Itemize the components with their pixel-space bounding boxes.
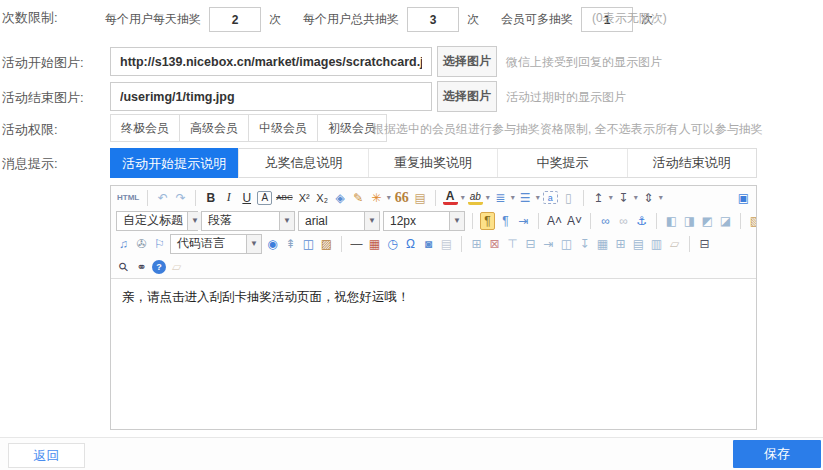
member-option-1[interactable]: 高级会员 — [179, 114, 249, 142]
formatmatch-icon[interactable]: ✎ — [351, 189, 366, 207]
image-align-none-icon[interactable]: ◪ — [718, 212, 733, 230]
merge-down-icon[interactable]: ↧ — [577, 235, 592, 253]
removeformat-icon[interactable]: ◈ — [333, 189, 348, 207]
simpleupload-icon[interactable]: ▧ — [748, 212, 756, 230]
code-language-select[interactable]: 代码语言▼ — [170, 234, 262, 254]
backcolor-caret-icon[interactable]: ▾ — [486, 193, 490, 202]
touppercase-icon[interactable]: A˄ — [546, 212, 563, 230]
pagebreak-icon[interactable]: ⇞ — [283, 235, 298, 253]
html-source-icon[interactable]: HTML — [116, 189, 140, 207]
cleardoc-icon[interactable]: ▯ — [561, 189, 576, 207]
time-icon[interactable]: ◷ — [385, 235, 400, 253]
print-icon[interactable]: ⊟ — [697, 235, 712, 253]
customstyle-select-caret-icon[interactable]: ▼ — [187, 212, 202, 230]
save-button[interactable]: 保存 — [733, 440, 821, 468]
fontsize-select[interactable]: 12px▼ — [383, 211, 465, 231]
direction-ltr-icon[interactable]: ¶ — [480, 212, 495, 230]
member-option-0[interactable]: 终极会员 — [110, 114, 180, 142]
fullscreen-icon[interactable]: ▣ — [736, 189, 751, 207]
blockquote-icon[interactable]: 66 — [394, 189, 410, 207]
redo-icon[interactable]: ↷ — [173, 189, 188, 207]
delete-table-icon[interactable]: ⊠ — [487, 235, 502, 253]
template-icon[interactable]: ◫ — [301, 235, 316, 253]
autotypeset-caret-icon[interactable]: ▾ — [387, 193, 391, 202]
superscript-icon[interactable]: X² — [297, 189, 312, 207]
link-icon[interactable]: ∞ — [598, 212, 613, 230]
customstyle-select[interactable]: 自定义标题▼ — [116, 211, 198, 231]
italic-icon[interactable]: I — [221, 189, 236, 207]
fontsize-select-caret-icon[interactable]: ▼ — [449, 212, 464, 230]
indent-icon[interactable]: ⇥ — [516, 212, 531, 230]
end-image-input[interactable] — [110, 82, 432, 111]
search-replace-icon[interactable]: ⚭ — [134, 258, 149, 276]
fontfamily-select[interactable]: arial▼ — [298, 211, 380, 231]
map-icon[interactable]: ⚐ — [152, 235, 167, 253]
split-to-cols-icon[interactable]: ▥ — [649, 235, 664, 253]
subscript-icon[interactable]: X₂ — [315, 189, 330, 207]
merge-right-icon[interactable]: ⇥ — [541, 235, 556, 253]
rowspacing-top-caret-icon[interactable]: ▾ — [609, 193, 613, 202]
start-image-pick-button[interactable]: 选择图片 — [437, 46, 497, 77]
anchor-icon[interactable]: ⚓ — [634, 212, 649, 230]
wordimage-icon[interactable]: ▤ — [439, 235, 454, 253]
underline-icon[interactable]: U — [239, 189, 254, 207]
background-icon[interactable]: ▨ — [319, 235, 334, 253]
drafts-icon[interactable]: ▱ — [169, 258, 184, 276]
editor-content[interactable]: 亲，请点击进入刮刮卡抽奖活动页面，祝您好运哦！ — [111, 278, 756, 429]
tolowercase-icon[interactable]: A˅ — [566, 212, 583, 230]
rowspacing-bottom-icon[interactable]: ↧ — [616, 189, 631, 207]
horizontal-rule-icon[interactable]: — — [349, 235, 364, 253]
line-height-caret-icon[interactable]: ▾ — [659, 193, 663, 202]
ordered-list-caret-icon[interactable]: ▾ — [511, 193, 515, 202]
fontfamily-select-caret-icon[interactable]: ▼ — [364, 212, 379, 230]
limit-field-input-1[interactable] — [407, 7, 459, 32]
unordered-list-caret-icon[interactable]: ▾ — [536, 193, 540, 202]
limit-field-input-0[interactable] — [209, 7, 261, 32]
insert-paragraph-before-table-icon[interactable]: ⊤ — [505, 235, 520, 253]
direction-rtl-icon[interactable]: ¶ — [498, 212, 513, 230]
merge-cells-icon[interactable]: ▦ — [595, 235, 610, 253]
autotypeset-icon[interactable]: ✳ — [369, 189, 384, 207]
help-icon[interactable]: ? — [152, 260, 166, 274]
strikethrough-icon[interactable]: ABC — [275, 189, 293, 207]
pasteplain-icon[interactable]: ▤ — [413, 189, 428, 207]
message-tab-3[interactable]: 中奖提示 — [498, 149, 627, 177]
charts-icon[interactable]: ▱ — [667, 235, 682, 253]
message-tab-2[interactable]: 重复抽奖说明 — [369, 149, 498, 177]
special-chars-icon[interactable]: Ω — [403, 235, 418, 253]
forecolor-caret-icon[interactable]: ▾ — [461, 193, 465, 202]
line-height-icon[interactable]: ⇕ — [641, 189, 656, 207]
image-align-center-icon[interactable]: ◨ — [682, 212, 697, 230]
rowspacing-top-icon[interactable]: ↥ — [591, 189, 606, 207]
preview-icon[interactable]: ⚲ — [112, 255, 135, 278]
back-button[interactable]: 返回 — [8, 443, 85, 468]
attachment-icon[interactable]: ✇ — [134, 235, 149, 253]
fontborder-icon[interactable]: A — [257, 191, 272, 205]
member-option-2[interactable]: 中级会员 — [248, 114, 318, 142]
ordered-list-icon[interactable]: ≣ — [493, 189, 508, 207]
undo-icon[interactable]: ↶ — [155, 189, 170, 207]
code-language-select-caret-icon[interactable]: ▼ — [246, 235, 261, 253]
insert-col-icon[interactable]: ◫ — [559, 235, 574, 253]
backcolor-icon[interactable]: ab — [468, 190, 483, 205]
message-tab-1[interactable]: 兑奖信息说明 — [239, 149, 368, 177]
unlink-icon[interactable]: ∞ — [616, 212, 631, 230]
split-to-cells-icon[interactable]: ⊞ — [613, 235, 628, 253]
bold-icon[interactable]: B — [203, 189, 218, 207]
selectall-icon[interactable]: a — [543, 191, 558, 204]
image-align-right-icon[interactable]: ◩ — [700, 212, 715, 230]
end-image-pick-button[interactable]: 选择图片 — [437, 81, 497, 112]
unordered-list-icon[interactable]: ☰ — [518, 189, 533, 207]
date-icon[interactable]: ▦ — [367, 235, 382, 253]
paragraph-select-caret-icon[interactable]: ▼ — [279, 212, 294, 230]
snapscreen-icon[interactable]: ◙ — [421, 235, 436, 253]
message-tab-0[interactable]: 活动开始提示说明 — [110, 148, 239, 178]
insertframe-icon[interactable]: ◉ — [265, 235, 280, 253]
rowspacing-bottom-caret-icon[interactable]: ▾ — [634, 193, 638, 202]
image-align-left-icon[interactable]: ◧ — [664, 212, 679, 230]
message-tab-4[interactable]: 活动结束说明 — [628, 149, 756, 177]
split-to-rows-icon[interactable]: ▤ — [631, 235, 646, 253]
paragraph-select[interactable]: 段落▼ — [201, 211, 295, 231]
forecolor-icon[interactable]: A — [443, 190, 458, 205]
insert-row-icon[interactable]: ⊟ — [523, 235, 538, 253]
